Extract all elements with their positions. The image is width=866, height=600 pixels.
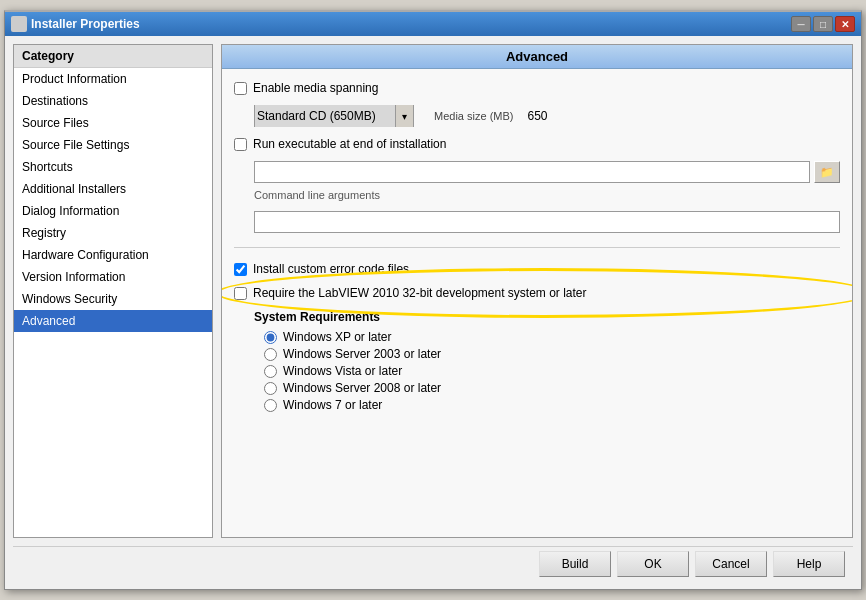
- help-button[interactable]: Help: [773, 551, 845, 577]
- build-button[interactable]: Build: [539, 551, 611, 577]
- browse-icon: 📁: [820, 166, 834, 179]
- sidebar-item-source-file-settings[interactable]: Source File Settings: [14, 134, 212, 156]
- close-button[interactable]: ✕: [835, 16, 855, 32]
- system-requirements-section: System Requirements Windows XP or later …: [244, 310, 840, 415]
- radio-winvista-input[interactable]: [264, 365, 277, 378]
- require-labview-wrapper: Require the LabVIEW 2010 32-bit developm…: [234, 286, 840, 300]
- radio-winvista: Windows Vista or later: [264, 364, 840, 378]
- enable-media-spanning-label: Enable media spanning: [253, 81, 378, 95]
- sidebar-item-source-files[interactable]: Source Files: [14, 112, 212, 134]
- media-dropdown-arrow[interactable]: ▾: [395, 105, 413, 127]
- radio-winxp: Windows XP or later: [264, 330, 840, 344]
- enable-media-spanning-checkbox[interactable]: [234, 82, 247, 95]
- sidebar-item-destinations[interactable]: Destinations: [14, 90, 212, 112]
- ok-button[interactable]: OK: [617, 551, 689, 577]
- right-panel: Advanced Enable media spanning Standard …: [221, 44, 853, 538]
- install-custom-error-checkbox[interactable]: [234, 263, 247, 276]
- radio-win7: Windows 7 or later: [264, 398, 840, 412]
- sidebar-item-product-information[interactable]: Product Information: [14, 68, 212, 90]
- sidebar-item-registry[interactable]: Registry: [14, 222, 212, 244]
- exe-browse-button[interactable]: 📁: [814, 161, 840, 183]
- cancel-button[interactable]: Cancel: [695, 551, 767, 577]
- radio-winserver2003-label: Windows Server 2003 or later: [283, 347, 441, 361]
- enable-media-spanning-row: Enable media spanning: [234, 81, 840, 95]
- cmdline-args-label: Command line arguments: [254, 189, 840, 201]
- radio-winserver2008-input[interactable]: [264, 382, 277, 395]
- window-body: Category Product Information Destination…: [5, 36, 861, 589]
- run-executable-row: Run executable at end of installation: [234, 137, 840, 151]
- radio-winserver2003: Windows Server 2003 or later: [264, 347, 840, 361]
- require-labview-label: Require the LabVIEW 2010 32-bit developm…: [253, 286, 587, 300]
- exe-path-row: 📁: [254, 161, 840, 183]
- panel-title: Advanced: [222, 45, 852, 69]
- divider-1: [234, 247, 840, 248]
- install-custom-error-label: Install custom error code files: [253, 262, 409, 276]
- main-content: Category Product Information Destination…: [13, 44, 853, 538]
- media-dropdown[interactable]: Standard CD (650MB) DVD (4.7GB) Custom: [255, 105, 395, 127]
- run-executable-checkbox[interactable]: [234, 138, 247, 151]
- run-executable-label: Run executable at end of installation: [253, 137, 446, 151]
- bottom-bar: Build OK Cancel Help: [13, 546, 853, 581]
- radio-winserver2008-label: Windows Server 2008 or later: [283, 381, 441, 395]
- sidebar-item-windows-security[interactable]: Windows Security: [14, 288, 212, 310]
- media-dropdown-wrapper: Standard CD (650MB) DVD (4.7GB) Custom ▾: [254, 105, 414, 127]
- sidebar-item-dialog-information[interactable]: Dialog Information: [14, 200, 212, 222]
- sidebar-category-header: Category: [14, 45, 212, 68]
- cmdline-args-input[interactable]: [254, 211, 840, 233]
- main-window: Installer Properties ─ □ ✕ Category Prod…: [4, 10, 862, 590]
- minimize-button[interactable]: ─: [791, 16, 811, 32]
- install-custom-error-row: Install custom error code files: [234, 262, 840, 276]
- radio-winxp-label: Windows XP or later: [283, 330, 392, 344]
- radio-winvista-label: Windows Vista or later: [283, 364, 402, 378]
- sys-req-title: System Requirements: [254, 310, 840, 324]
- require-labview-row: Require the LabVIEW 2010 32-bit developm…: [234, 286, 840, 300]
- sidebar-item-hardware-configuration[interactable]: Hardware Configuration: [14, 244, 212, 266]
- window-title: Installer Properties: [31, 17, 140, 31]
- radio-win7-label: Windows 7 or later: [283, 398, 382, 412]
- title-bar: Installer Properties ─ □ ✕: [5, 12, 861, 36]
- exe-path-input[interactable]: [254, 161, 810, 183]
- sidebar-item-version-information[interactable]: Version Information: [14, 266, 212, 288]
- radio-winserver2003-input[interactable]: [264, 348, 277, 361]
- app-icon: [11, 16, 27, 32]
- media-size-value: 650: [527, 109, 547, 123]
- maximize-button[interactable]: □: [813, 16, 833, 32]
- media-size-row: Standard CD (650MB) DVD (4.7GB) Custom ▾…: [254, 105, 840, 127]
- sidebar-item-advanced[interactable]: Advanced: [14, 310, 212, 332]
- media-size-label: Media size (MB): [434, 110, 513, 122]
- sidebar-item-additional-installers[interactable]: Additional Installers: [14, 178, 212, 200]
- sidebar: Category Product Information Destination…: [13, 44, 213, 538]
- radio-winxp-input[interactable]: [264, 331, 277, 344]
- require-labview-checkbox[interactable]: [234, 287, 247, 300]
- sidebar-item-shortcuts[interactable]: Shortcuts: [14, 156, 212, 178]
- radio-win7-input[interactable]: [264, 399, 277, 412]
- title-bar-left: Installer Properties: [11, 16, 140, 32]
- panel-body: Enable media spanning Standard CD (650MB…: [222, 69, 852, 537]
- radio-winserver2008: Windows Server 2008 or later: [264, 381, 840, 395]
- title-bar-controls: ─ □ ✕: [791, 16, 855, 32]
